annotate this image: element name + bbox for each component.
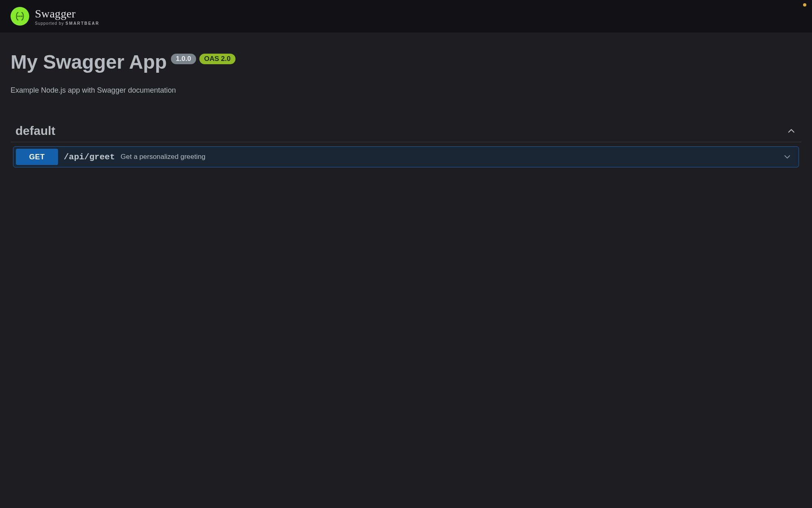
info-header: My Swagger App 1.0.0 OAS 2.0 — [11, 52, 801, 72]
operation-path: /api/greet — [64, 152, 115, 162]
tag-header[interactable]: default — [11, 124, 801, 142]
oas-badge: OAS 2.0 — [199, 54, 235, 64]
topbar: Swagger Supported by SMARTBEAR — [0, 0, 812, 33]
swagger-logo-text: Swagger Supported by SMARTBEAR — [35, 7, 99, 26]
operation-get-api-greet[interactable]: GET /api/greet Get a personalized greeti… — [13, 146, 799, 167]
status-dot-icon — [803, 3, 806, 7]
tag-name: default — [15, 124, 55, 138]
brand-name: Swagger — [35, 7, 99, 20]
chevron-down-icon — [782, 152, 792, 162]
svg-point-2 — [21, 15, 23, 17]
main-content: My Swagger App 1.0.0 OAS 2.0 Example Nod… — [0, 33, 812, 167]
http-method-badge: GET — [16, 149, 58, 165]
svg-point-1 — [19, 15, 21, 17]
api-description: Example Node.js app with Swagger documen… — [11, 86, 801, 95]
brand-supported-by: Supported by SMARTBEAR — [35, 21, 99, 26]
operation-summary: Get a personalized greeting — [121, 153, 205, 161]
chevron-up-icon — [786, 126, 797, 136]
badges: 1.0.0 OAS 2.0 — [171, 52, 235, 64]
swagger-logo-icon — [11, 7, 29, 26]
svg-point-0 — [17, 15, 19, 17]
swagger-logo[interactable]: Swagger Supported by SMARTBEAR — [11, 7, 99, 26]
version-badge: 1.0.0 — [171, 54, 196, 64]
tag-section-default: default GET /api/greet Get a personalize… — [11, 124, 801, 167]
api-title: My Swagger App — [11, 52, 167, 72]
